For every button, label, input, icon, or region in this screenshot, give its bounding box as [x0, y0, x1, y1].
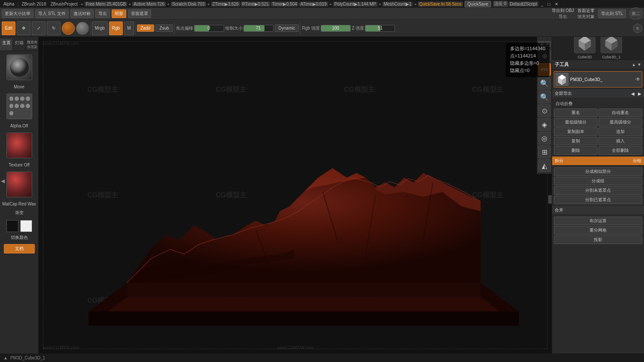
z-intensity-group: Z 强度 51: [352, 25, 395, 32]
focal-shift-slider[interactable]: 0: [194, 25, 224, 32]
brush-mode-2[interactable]: [76, 22, 89, 35]
texture-label[interactable]: Texture Off: [0, 162, 38, 168]
subtool-title: 子工具: [555, 61, 569, 68]
update-size-ratio-btn[interactable]: 更新大小比率: [2, 9, 33, 18]
split-group-label: 分组: [633, 158, 641, 164]
mrgb-btn[interactable]: Mrgb: [92, 21, 108, 35]
copy-insert-row: 复制 插入: [554, 137, 642, 145]
subtool-eye-icon[interactable]: 👁: [635, 76, 641, 82]
canvas-left-arrow[interactable]: ◀: [1, 178, 5, 184]
rgb-intensity-slider[interactable]: 100: [321, 25, 351, 32]
material-label[interactable]: MatCap Red Wax: [0, 201, 38, 207]
bright-btn[interactable]: 明形: [112, 9, 126, 18]
bottom-status-bar: ▲ PM3D_Cube3D_1: [0, 353, 644, 362]
activate-align-btn[interactable]: 激活对称: [70, 9, 94, 18]
merge-label: 合并: [555, 207, 563, 213]
export-btn[interactable]: 导出: [95, 9, 110, 18]
s-btn[interactable]: S: [633, 24, 642, 33]
adapt-label: 适应 0: [493, 1, 507, 7]
rgb-btn[interactable]: Rgb: [109, 21, 123, 35]
go-down-btn[interactable]: 追加: [598, 127, 642, 136]
scale-tool-btn[interactable]: ⤢: [32, 21, 46, 35]
swatch-white[interactable]: [20, 220, 32, 232]
section-merge-header[interactable]: 合并: [552, 206, 644, 215]
draw-size-slider[interactable]: 71: [243, 25, 273, 32]
export-right-arrow: ▶: [638, 91, 641, 96]
active-subtool-name: PM3D_Cube3D_: [570, 77, 603, 82]
app-project: ZBrushProject: [49, 2, 79, 6]
active-brush-mode[interactable]: [62, 22, 75, 35]
hidden-polys-info: 隐藏多边形=0: [510, 60, 545, 66]
copy-btn[interactable]: 复制: [554, 137, 598, 145]
import-stl-btn[interactable]: 导入 STL 文件: [35, 9, 69, 18]
canvas-resize-handle[interactable]: [548, 195, 552, 204]
move-tool-btn[interactable]: ✥: [17, 21, 30, 35]
tab-lightbox[interactable]: 灯箱: [13, 39, 26, 51]
world-btn[interactable]: ◎: [538, 132, 551, 145]
zoom-out-btn[interactable]: 🔍: [538, 77, 551, 90]
split-masked-btn[interactable]: 分割已遮罩点: [554, 196, 642, 204]
split-unmasked-btn[interactable]: 分割未遮罩点: [554, 186, 642, 195]
split-similar-btn[interactable]: 分成相似部分: [554, 167, 642, 176]
auto-rename-btn[interactable]: 自动重名: [598, 109, 642, 117]
section-export[interactable]: 全部导出 ◀ ▶: [552, 89, 644, 98]
highest-subdiv-btn[interactable]: 最高级细分: [598, 118, 642, 127]
center-btn[interactable]: ⊙: [538, 104, 551, 117]
project-btn[interactable]: 投影: [554, 235, 642, 244]
dynamic-btn[interactable]: Dynamic: [275, 24, 299, 32]
frame-btn[interactable]: ◈: [538, 118, 551, 131]
zoom-in-btn[interactable]: 🔍: [538, 90, 551, 103]
left-panel: 主页 灯箱 预览布尔渲染 Move: [0, 37, 39, 362]
rotate-tool-btn[interactable]: ↻: [47, 21, 61, 35]
tab-preview[interactable]: 预览布尔渲染: [26, 39, 38, 51]
menu-alpha[interactable]: Alpha: [2, 2, 16, 6]
top-minimize-btn[interactable]: _: [539, 2, 545, 6]
subtool-visibility-btns: 👁: [635, 76, 641, 82]
toolbar-separator-2: [135, 22, 136, 35]
material-preview[interactable]: [6, 172, 32, 197]
merge-section-content: 布尔运算 重分网格 投影: [552, 215, 644, 246]
color-switch-label[interactable]: 切换颜色: [0, 234, 38, 241]
watermark-bottom-center: www.CGMXW.com: [277, 345, 313, 350]
rename-btn[interactable]: 重名: [554, 109, 598, 117]
rgb-intensity-group: Rgb 强度 100: [302, 25, 350, 32]
texture-preview[interactable]: [6, 133, 32, 158]
delete-all-btn[interactable]: 全部删除: [598, 146, 642, 155]
export-stl-btn[interactable]: 导出到 STL: [598, 9, 626, 18]
brush-label[interactable]: Move: [0, 84, 38, 90]
delete-row: 删除 全部删除: [554, 146, 642, 155]
terrain-svg: [73, 58, 535, 345]
bool-ops-btn[interactable]: 布尔运算: [554, 217, 642, 225]
dot-2: [15, 97, 19, 101]
active-subtool-item[interactable]: PM3D_Cube3D_ 👁: [554, 71, 642, 87]
delete-btn[interactable]: 删除: [554, 146, 598, 155]
duplicate-btn[interactable]: 复制副本: [554, 127, 598, 136]
brush-preview[interactable]: [6, 54, 32, 80]
z-intensity-slider[interactable]: 51: [365, 25, 395, 32]
polygon-btn[interactable]: ◭: [538, 159, 551, 172]
document-btn[interactable]: 文档: [4, 244, 35, 253]
insert-btn[interactable]: 插入: [598, 137, 642, 145]
tab-main[interactable]: 主页: [0, 39, 13, 51]
subtool-expand-btn[interactable]: ▲: [632, 62, 636, 67]
m-btn[interactable]: M: [124, 21, 134, 35]
swatch-black[interactable]: [6, 220, 18, 232]
back-mask-btn[interactable]: 背面遮罩: [128, 9, 151, 18]
zadd-btn[interactable]: Zadd: [137, 24, 155, 32]
top-close-btn[interactable]: ✕: [553, 2, 560, 6]
main-canvas[interactable]: CG模型主 CG模型主 CG模型主 CG模型主 CG模型主 CG模型主 CG模型…: [39, 37, 552, 353]
section-split-header[interactable]: 拆分 分组: [552, 157, 644, 166]
subtool-collapse-btn[interactable]: ▼: [637, 62, 641, 67]
export-obj-group: 导出到 OBJ 导出: [552, 8, 574, 20]
split-group-btn[interactable]: 分成组: [554, 177, 642, 185]
top-maximize-btn[interactable]: □: [546, 2, 552, 6]
alpha-preview[interactable]: [6, 94, 32, 119]
axis-btn[interactable]: ⊞: [538, 145, 551, 158]
alpha-label[interactable]: Alpha.Off: [0, 123, 38, 129]
zsub-btn[interactable]: Zsub: [155, 24, 173, 32]
terrain-viewport[interactable]: [73, 58, 535, 345]
edit-btn[interactable]: Edit: [2, 21, 15, 35]
quick-save-button[interactable]: QuickSave: [465, 1, 491, 7]
reproject-btn[interactable]: 重分网格: [554, 226, 642, 235]
lowest-subdiv-btn[interactable]: 最低级细分: [554, 118, 598, 127]
